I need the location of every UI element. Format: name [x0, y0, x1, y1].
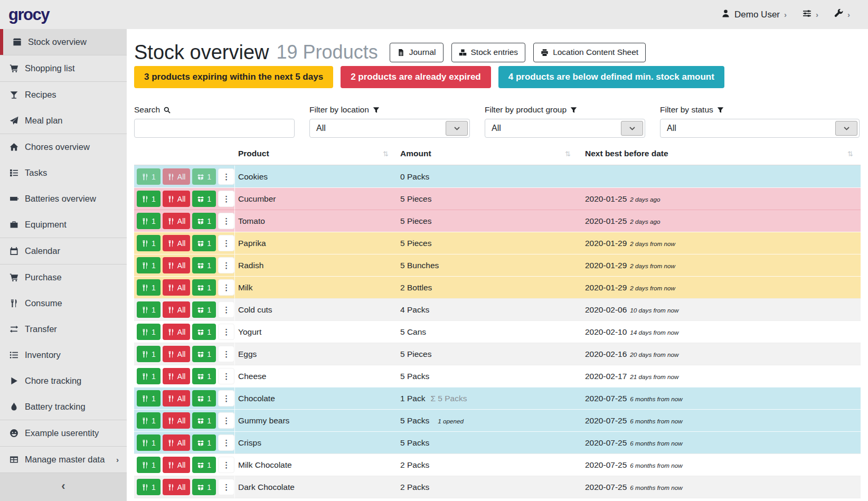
consume-all-button[interactable]: All: [163, 324, 191, 340]
date-column-header[interactable]: Next best before date⇅: [575, 142, 861, 165]
consume-one-button[interactable]: 1: [137, 479, 161, 495]
consume-one-button[interactable]: 1: [137, 191, 161, 207]
open-one-button[interactable]: 1: [192, 168, 216, 185]
sidebar-item-purchase[interactable]: Purchase: [0, 264, 127, 290]
status-select[interactable]: All: [660, 119, 860, 138]
journal-button[interactable]: Journal: [390, 43, 444, 62]
sidebar-item-chores-overview[interactable]: Chores overview: [0, 134, 127, 160]
consume-one-button[interactable]: 1: [137, 257, 161, 273]
open-one-button[interactable]: 1: [192, 257, 216, 273]
location-select[interactable]: All: [309, 119, 470, 138]
product-column-header[interactable]: Product⇅: [235, 142, 393, 165]
consume-all-button[interactable]: All: [163, 434, 191, 451]
open-one-button[interactable]: 1: [192, 412, 216, 429]
page-header: Stock overview 19 Products Journal Stock…: [134, 40, 861, 65]
row-menu-button[interactable]: ⋮: [218, 324, 234, 340]
open-one-button[interactable]: 1: [192, 213, 216, 229]
row-menu-button[interactable]: ⋮: [218, 412, 234, 429]
date-cell: 2020-02-0610 days from now: [575, 298, 861, 320]
row-menu-button[interactable]: ⋮: [218, 434, 234, 451]
open-one-button[interactable]: 1: [192, 191, 216, 207]
open-one-button[interactable]: 1: [192, 301, 216, 318]
open-one-button[interactable]: 1: [192, 479, 216, 495]
consume-one-button[interactable]: 1: [137, 412, 161, 429]
consume-all-button[interactable]: All: [163, 412, 191, 429]
row-menu-button[interactable]: ⋮: [218, 479, 234, 495]
consume-one-button[interactable]: 1: [137, 346, 161, 362]
consume-all-button[interactable]: All: [163, 168, 191, 185]
consume-all-button[interactable]: All: [163, 479, 191, 495]
sidebar-item-battery-tracking[interactable]: Battery tracking: [0, 394, 127, 420]
consume-one-button[interactable]: 1: [137, 457, 161, 473]
row-menu-button[interactable]: ⋮: [218, 390, 234, 407]
sidebar-item-example-userentity[interactable]: Example userentity: [0, 420, 127, 446]
open-one-button[interactable]: 1: [192, 368, 216, 384]
row-menu-button[interactable]: ⋮: [218, 257, 234, 273]
grocy-logo[interactable]: grocy: [8, 5, 49, 24]
open-one-button[interactable]: 1: [192, 390, 216, 407]
sidebar-item-calendar[interactable]: Calendar: [0, 238, 127, 264]
product-group-select[interactable]: All: [485, 119, 645, 138]
row-menu-button[interactable]: ⋮: [218, 191, 234, 207]
sidebar-item-equipment[interactable]: Equipment: [0, 212, 127, 238]
open-one-button[interactable]: 1: [192, 346, 216, 362]
sidebar-item-stock-overview[interactable]: Stock overview: [0, 29, 127, 55]
open-one-button[interactable]: 1: [192, 434, 216, 451]
consume-one-button[interactable]: 1: [137, 301, 161, 318]
row-menu-button[interactable]: ⋮: [218, 279, 234, 296]
consume-all-button[interactable]: All: [163, 235, 191, 251]
consume-all-button[interactable]: All: [163, 301, 191, 318]
row-menu-button[interactable]: ⋮: [218, 346, 234, 362]
consume-all-button[interactable]: All: [163, 368, 191, 384]
expired-banner[interactable]: 2 products are already expired: [341, 66, 491, 88]
row-menu-button[interactable]: ⋮: [218, 457, 234, 473]
open-one-button[interactable]: 1: [192, 279, 216, 296]
amount-column-header[interactable]: Amount⇅: [393, 142, 575, 165]
row-menu-button[interactable]: ⋮: [218, 168, 234, 185]
sidebar-item-shopping-list[interactable]: Shopping list: [0, 55, 127, 81]
row-menu-button[interactable]: ⋮: [218, 235, 234, 251]
sidebar-item-manage-master-data[interactable]: Manage master data ›: [0, 447, 127, 472]
user-menu[interactable]: Demo User ›: [721, 9, 787, 20]
open-one-button[interactable]: 1: [192, 457, 216, 473]
search-input[interactable]: [135, 119, 294, 137]
row-actions-cell: 1 All 1 ⋮: [134, 365, 235, 387]
consume-one-button[interactable]: 1: [137, 235, 161, 251]
admin-menu[interactable]: ›: [834, 9, 850, 20]
stock-entries-button[interactable]: Stock entries: [451, 43, 526, 62]
consume-all-button[interactable]: All: [163, 279, 191, 296]
consume-one-button[interactable]: 1: [137, 368, 161, 384]
sidebar-item-inventory[interactable]: Inventory: [0, 342, 127, 368]
consume-one-button[interactable]: 1: [137, 324, 161, 340]
sidebar-item-recipes[interactable]: Recipes: [0, 82, 127, 108]
open-one-button[interactable]: 1: [192, 324, 216, 340]
sidebar-item-chore-tracking[interactable]: Chore tracking: [0, 368, 127, 394]
row-menu-button[interactable]: ⋮: [218, 368, 234, 384]
date-cell: 2020-01-292 days from now: [575, 254, 861, 276]
consume-all-button[interactable]: All: [163, 457, 191, 473]
consume-all-button[interactable]: All: [163, 346, 191, 362]
amount-cell: 4 Packs: [393, 298, 575, 320]
sidebar-item-transfer[interactable]: Transfer: [0, 316, 127, 342]
sidebar-item-tasks[interactable]: Tasks: [0, 160, 127, 186]
expiring-banner[interactable]: 3 products expiring within the next 5 da…: [134, 66, 333, 88]
consume-one-button[interactable]: 1: [137, 279, 161, 296]
below-min-stock-banner[interactable]: 4 products are below defined min. stock …: [498, 66, 724, 88]
location-content-sheet-button[interactable]: Location Content Sheet: [533, 43, 646, 62]
row-menu-button[interactable]: ⋮: [218, 213, 234, 229]
consume-all-button[interactable]: All: [163, 191, 191, 207]
sidebar-item-meal-plan[interactable]: Meal plan: [0, 108, 127, 134]
consume-all-button[interactable]: All: [163, 390, 191, 407]
sidebar-item-consume[interactable]: Consume: [0, 290, 127, 316]
consume-one-button[interactable]: 1: [137, 390, 161, 407]
consume-one-button[interactable]: 1: [137, 434, 161, 451]
sidebar-item-batteries-overview[interactable]: Batteries overview: [0, 186, 127, 212]
consume-all-button[interactable]: All: [163, 213, 191, 229]
open-one-button[interactable]: 1: [192, 235, 216, 251]
consume-all-button[interactable]: All: [163, 257, 191, 273]
consume-one-button[interactable]: 1: [137, 168, 161, 185]
sidebar-collapse[interactable]: ‹: [0, 473, 127, 501]
consume-one-button[interactable]: 1: [137, 213, 161, 229]
row-menu-button[interactable]: ⋮: [218, 301, 234, 318]
settings-menu[interactable]: ›: [803, 9, 818, 20]
